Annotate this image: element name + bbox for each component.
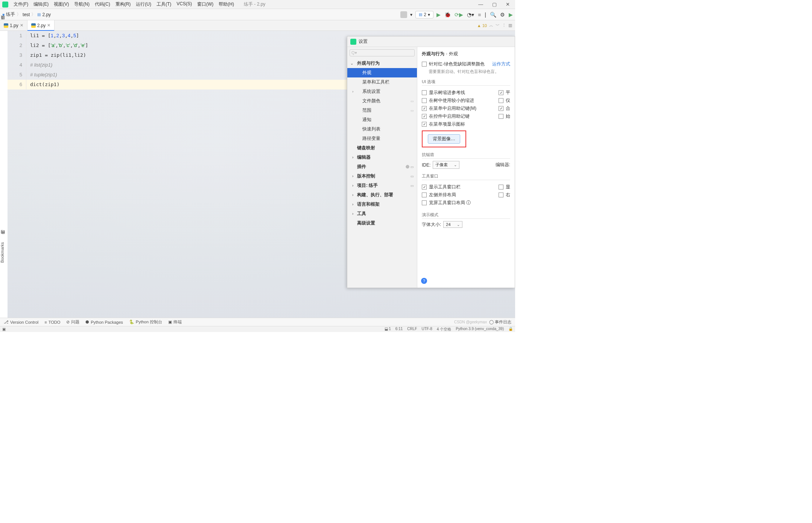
breadcrumb-root[interactable]: 练手 <box>6 11 15 18</box>
tree-item[interactable]: 键盘映射 <box>347 143 417 153</box>
coverage-button[interactable]: ⟳▶ <box>455 12 463 18</box>
python-packages-tool[interactable]: ⬢ Python Packages <box>85 320 123 324</box>
checkbox[interactable] <box>422 200 427 205</box>
checkbox[interactable] <box>422 98 427 103</box>
interpreter[interactable]: Python 3.9 (venv_conda_39) <box>456 327 504 332</box>
checkbox[interactable] <box>422 114 427 119</box>
tree-item[interactable]: 语言和框架 <box>347 200 417 209</box>
close-button[interactable]: ✕ <box>506 2 510 7</box>
menu-help[interactable]: 帮助(H) <box>216 0 236 8</box>
tree-item[interactable]: 构建、执行、部署 <box>347 190 417 200</box>
tree-item[interactable]: 插件🅐 ▭ <box>347 162 417 171</box>
ide-aa-select[interactable]: 子像素 <box>433 161 459 169</box>
code-area[interactable]: li1 = [1,2,3,4,5] li2 = ['a','b','c','d'… <box>30 31 88 89</box>
vcs-tool[interactable]: ⎇ Version Control <box>4 320 38 324</box>
inspection-badge[interactable]: ▲ 10 <box>477 23 487 28</box>
tree-item[interactable]: 通知 <box>347 115 417 124</box>
menu-vcs[interactable]: VCS(S) <box>174 0 194 8</box>
breadcrumb-file[interactable]: 2.py <box>42 12 51 17</box>
encoding[interactable]: UTF-8 <box>421 327 432 332</box>
execute-icon[interactable]: ▶ <box>509 12 513 18</box>
minimize-button[interactable]: — <box>478 2 483 7</box>
settings-search[interactable]: Q▾ <box>350 49 415 56</box>
checkbox[interactable] <box>422 90 427 95</box>
run-config-selector[interactable]: ▤ 2 ▾ <box>415 11 433 18</box>
checkbox[interactable] <box>499 90 503 95</box>
tab-2py[interactable]: 2.py ✕ <box>27 20 55 30</box>
menu-run[interactable]: 运行(U) <box>134 0 154 8</box>
event-log-tool[interactable]: ◯ 事件日志 <box>489 319 511 325</box>
indent[interactable]: 4 个空格 <box>437 327 451 332</box>
checkbox[interactable] <box>499 193 503 197</box>
tree-item[interactable]: 菜单和工具栏 <box>347 77 417 87</box>
checkbox-label: 在树中使用较小的缩进 <box>429 97 474 104</box>
font-size-select[interactable]: 24 <box>443 221 462 228</box>
settings-icon[interactable]: ⚙ <box>500 12 505 18</box>
menu-navigate[interactable]: 导航(N) <box>72 0 92 8</box>
tree-item[interactable]: 高级设置 <box>347 218 417 228</box>
structure-tool[interactable]: 结构 <box>0 235 6 240</box>
profile-button[interactable]: ◔▾ <box>467 12 474 18</box>
line-ending[interactable]: CRLF <box>407 327 417 332</box>
background-image-button[interactable]: 背景图像… <box>428 134 460 144</box>
tree-item[interactable]: 路径变量 <box>347 134 417 143</box>
todo-tool[interactable]: ≡ TODO <box>44 320 60 324</box>
tree-item[interactable]: 文件颜色▭ <box>347 96 417 106</box>
menu-code[interactable]: 代码(C) <box>93 0 113 8</box>
dialog-title-bar[interactable]: 设置 <box>347 36 515 47</box>
menu-bar[interactable]: 文件(F) 编辑(E) 视图(V) 导航(N) 代码(C) 重构(R) 运行(U… <box>11 0 236 8</box>
menu-window[interactable]: 窗口(W) <box>195 0 216 8</box>
menu-refactor[interactable]: 重构(R) <box>113 0 133 8</box>
close-icon[interactable]: ✕ <box>47 23 50 28</box>
cursor-pos[interactable]: 6:11 <box>395 327 403 332</box>
checkbox[interactable] <box>422 193 427 197</box>
stop-button[interactable]: ■ <box>478 12 481 18</box>
problems-tool[interactable]: ⊘ 问题 <box>66 319 79 325</box>
menu-edit[interactable]: 编辑(E) <box>31 0 51 8</box>
settings-tree[interactable]: 外观与行为外观菜单和工具栏系统设置文件颜色▭范围▭通知快速列表路径变量键盘映射编… <box>347 59 417 288</box>
tree-item[interactable]: 系统设置 <box>347 87 417 96</box>
deficiency-checkbox[interactable] <box>422 62 427 67</box>
checkbox[interactable] <box>422 185 427 189</box>
tree-item[interactable]: 工具 <box>347 209 417 218</box>
checkbox[interactable] <box>422 106 427 111</box>
settings-tree-panel: Q▾ 外观与行为外观菜单和工具栏系统设置文件颜色▭范围▭通知快速列表路径变量键盘… <box>347 47 417 288</box>
menu-tools[interactable]: 工具(T) <box>154 0 173 8</box>
project-tool[interactable]: 项目 <box>0 20 6 25</box>
checkbox[interactable] <box>499 106 503 111</box>
tree-item[interactable]: 编辑器 <box>347 153 417 162</box>
checkbox[interactable] <box>422 122 427 127</box>
lock-icon[interactable] <box>508 327 513 332</box>
user-icon[interactable] <box>400 11 407 18</box>
tree-item[interactable]: 项目: 练手▭ <box>347 181 417 190</box>
checkbox[interactable] <box>499 98 503 103</box>
tree-item[interactable]: 版本控制▭ <box>347 171 417 181</box>
close-icon[interactable]: ✕ <box>20 23 23 28</box>
help-icon[interactable]: ? <box>421 278 427 284</box>
chevron-up-icon[interactable]: ︿ <box>489 23 493 28</box>
menu-view[interactable]: 视图(V) <box>52 0 71 8</box>
terminal-tool[interactable]: ▣ 终端 <box>168 319 182 325</box>
debug-button[interactable]: 🐞 <box>444 12 451 18</box>
bg-image-highlight: 背景图像… <box>422 130 466 147</box>
maximize-button[interactable]: ▢ <box>492 2 497 7</box>
tree-item[interactable]: 外观与行为 <box>347 59 417 68</box>
checkbox[interactable] <box>499 185 503 189</box>
sftp-status[interactable]: ⬓ 1 <box>385 327 391 332</box>
search-icon[interactable]: 🔍 <box>490 12 496 18</box>
checkbox[interactable] <box>499 114 503 119</box>
how-it-works-link[interactable]: 运作方式 <box>492 61 510 67</box>
run-button[interactable]: ▶ <box>436 12 441 18</box>
tree-item[interactable]: 范围▭ <box>347 106 417 115</box>
chevron-down-icon[interactable]: ﹀ <box>496 23 500 28</box>
more-icon[interactable]: ⋮ <box>502 23 506 28</box>
breadcrumb-folder[interactable]: test <box>23 12 30 17</box>
tool-window-toggle[interactable]: ▣ <box>2 327 6 331</box>
breadcrumb[interactable]: ■ 练手 〉 test 〉 ▤ 2.py <box>2 11 51 18</box>
menu-file[interactable]: 文件(F) <box>11 0 30 8</box>
tree-item[interactable]: 外观 <box>347 68 417 77</box>
db-tool-icon[interactable]: ▥ <box>508 23 512 28</box>
tree-item[interactable]: 快速列表 <box>347 124 417 134</box>
python-console-tool[interactable]: 🐍 Python 控制台 <box>129 319 162 325</box>
bookmarks-tool[interactable]: Bookmarks <box>0 240 5 265</box>
